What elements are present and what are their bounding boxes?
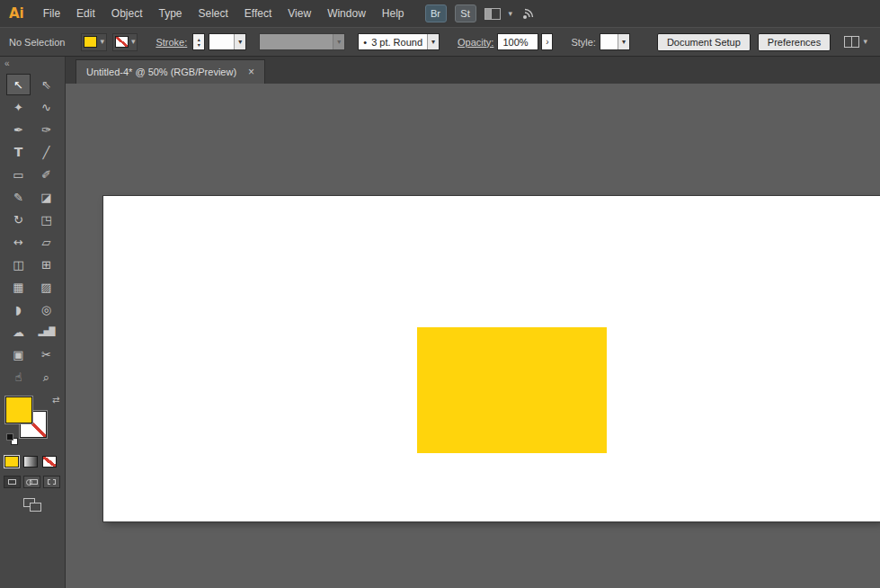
workspace-chevron-down-icon[interactable]: ▾	[509, 10, 513, 18]
draw-normal-button[interactable]	[4, 476, 21, 488]
type-tool[interactable]: T	[6, 141, 31, 163]
arrange-chevron-down-icon[interactable]: ▾	[863, 38, 867, 46]
stroke-weight-combo[interactable]: ▾	[209, 33, 246, 50]
shape-builder-tool-icon: ◫	[13, 259, 23, 271]
swap-fill-stroke-icon[interactable]: ⇄	[52, 395, 59, 405]
stroke-color-dropdown[interactable]: ▾	[112, 33, 138, 51]
tools-panel: « ↖⇖✦∿✒✑T╱▭✐✎◪↻◳↔▱◫⊞▦▨◗◎☁▂▅█▣✂☝⌕ ⇄	[0, 57, 66, 588]
illustrator-logo: Ai	[0, 5, 35, 22]
selection-tool-icon: ↖	[13, 79, 23, 91]
selection-status: No Selection	[9, 37, 65, 48]
draw-behind-button[interactable]	[23, 476, 40, 488]
preferences-button[interactable]: Preferences	[758, 33, 831, 51]
opacity-field[interactable]: 100%	[497, 33, 538, 50]
selection-tool[interactable]: ↖	[6, 74, 31, 95]
stroke-weight-chevron-icon: ▾	[234, 34, 245, 49]
width-profile-chevron-icon: ▾	[333, 34, 344, 49]
gradient-tool[interactable]: ▨	[34, 276, 58, 298]
curvature-tool-icon: ✑	[41, 124, 51, 136]
curvature-tool[interactable]: ✑	[34, 119, 58, 140]
change-screen-mode-icon[interactable]	[23, 498, 43, 513]
menu-type[interactable]: Type	[150, 0, 190, 27]
tab-close-icon[interactable]: ×	[248, 67, 254, 77]
menu-view[interactable]: View	[280, 0, 319, 27]
stroke-label[interactable]: Stroke:	[156, 37, 187, 48]
free-transform-tool[interactable]: ▱	[34, 231, 58, 253]
fill-proxy-swatch[interactable]	[5, 396, 32, 423]
document-setup-button[interactable]: Document Setup	[657, 33, 751, 51]
document-tab-title: Untitled-4* @ 50% (RGB/Preview)	[86, 67, 236, 77]
pencil-tool[interactable]: ✎	[6, 186, 31, 208]
menu-effect[interactable]: Effect	[236, 0, 280, 27]
symbol-sprayer-tool-icon: ☁	[13, 326, 24, 338]
menu-bar: Ai File Edit Object Type Select Effect V…	[0, 0, 880, 27]
opacity-chevron-right-icon[interactable]: ›	[541, 33, 553, 50]
none-button[interactable]	[42, 456, 57, 468]
menu-edit[interactable]: Edit	[68, 0, 103, 27]
menu-select[interactable]: Select	[191, 0, 236, 27]
shape-builder-tool[interactable]: ◫	[6, 254, 31, 275]
menu-file[interactable]: File	[35, 0, 68, 27]
stroke-weight-stepper[interactable]: ▴ ▾	[192, 33, 205, 50]
eyedropper-tool[interactable]: ◗	[6, 298, 31, 320]
draw-inside-button[interactable]	[43, 476, 60, 488]
hand-tool[interactable]: ☝	[6, 366, 31, 388]
pen-tool-icon: ✒	[13, 124, 23, 136]
line-segment-tool-icon: ╱	[43, 147, 50, 158]
perspective-grid-tool-icon: ⊞	[41, 259, 51, 271]
rotate-tool[interactable]: ↻	[6, 209, 31, 230]
paintbrush-tool[interactable]: ✐	[34, 164, 58, 185]
opacity-label[interactable]: Opacity:	[458, 37, 493, 48]
eraser-tool[interactable]: ◪	[34, 186, 58, 208]
tool-grid: ↖⇖✦∿✒✑T╱▭✐✎◪↻◳↔▱◫⊞▦▨◗◎☁▂▅█▣✂☝⌕	[0, 70, 65, 388]
mesh-tool[interactable]: ▦	[6, 276, 31, 298]
pen-tool[interactable]: ✒	[6, 119, 31, 140]
menu-object[interactable]: Object	[103, 0, 151, 27]
fill-color-dropdown[interactable]: ▾	[81, 33, 107, 51]
tools-collapse-icon[interactable]: «	[0, 57, 65, 70]
stock-button[interactable]: St	[455, 4, 476, 22]
perspective-grid-tool[interactable]: ⊞	[34, 254, 58, 275]
artboard[interactable]	[103, 196, 880, 521]
zoom-tool-icon: ⌕	[43, 371, 49, 383]
paint-mode-row	[4, 456, 65, 468]
eraser-tool-icon: ◪	[40, 192, 51, 203]
yellow-rectangle-object[interactable]	[417, 327, 607, 453]
direct-selection-tool[interactable]: ⇖	[34, 74, 58, 95]
color-button[interactable]	[4, 456, 19, 468]
menu-help[interactable]: Help	[374, 0, 413, 27]
symbol-sprayer-tool[interactable]: ☁	[6, 321, 31, 343]
drawing-mode-row	[4, 476, 65, 488]
opacity-value: 100%	[498, 37, 532, 48]
hand-tool-icon: ☝	[15, 371, 22, 383]
scale-tool[interactable]: ◳	[34, 209, 58, 230]
style-chevron-down-icon: ▾	[618, 34, 629, 49]
control-bar: No Selection ▾ ▾ Stroke: ▴ ▾ ▾ ▾ • 3 pt.…	[0, 27, 880, 57]
blend-tool[interactable]: ◎	[34, 298, 58, 320]
column-graph-tool-icon: ▂▅█	[39, 328, 55, 336]
style-combo[interactable]: ▾	[600, 33, 630, 50]
brush-definition-combo[interactable]: • 3 pt. Round ▾	[358, 33, 440, 50]
bridge-button[interactable]: Br	[425, 4, 447, 22]
rectangle-tool[interactable]: ▭	[6, 164, 31, 185]
stroke-chevron-down-icon: ▾	[131, 38, 136, 46]
document-tab[interactable]: Untitled-4* @ 50% (RGB/Preview) ×	[76, 59, 265, 84]
magic-wand-tool[interactable]: ✦	[6, 96, 31, 118]
default-fill-stroke-icon[interactable]	[6, 433, 18, 445]
menu-window[interactable]: Window	[319, 0, 374, 27]
width-tool[interactable]: ↔	[6, 231, 31, 253]
gradient-button[interactable]	[23, 456, 38, 468]
column-graph-tool[interactable]: ▂▅█	[34, 321, 58, 343]
slice-tool[interactable]: ✂	[34, 343, 58, 365]
slice-tool-icon: ✂	[41, 349, 51, 361]
blend-tool-icon: ◎	[41, 304, 51, 316]
zoom-tool[interactable]: ⌕	[34, 366, 58, 388]
line-segment-tool[interactable]: ╱	[34, 141, 58, 163]
broadcast-icon[interactable]	[520, 6, 537, 21]
style-label: Style:	[571, 37, 596, 48]
arrange-documents-icon[interactable]	[844, 36, 859, 48]
lasso-tool[interactable]: ∿	[34, 96, 58, 118]
workspace-switcher-icon[interactable]	[484, 8, 501, 20]
canvas-area[interactable]	[66, 84, 880, 588]
artboard-tool[interactable]: ▣	[6, 343, 31, 365]
